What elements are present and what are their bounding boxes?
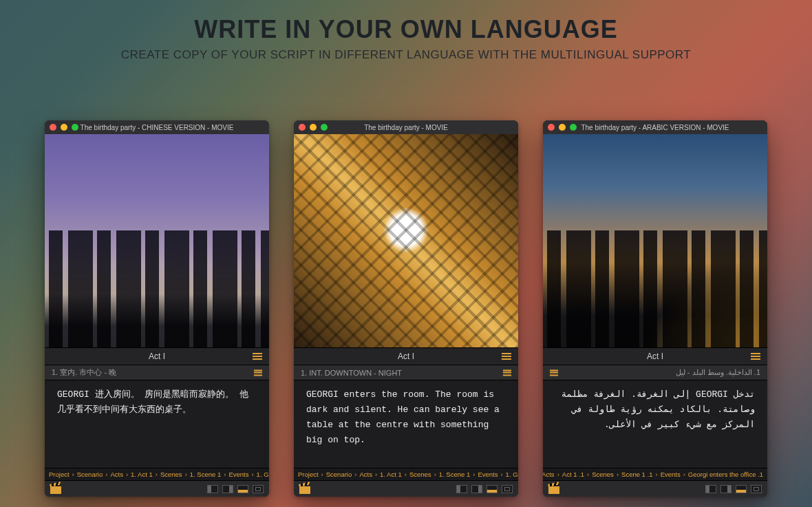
layout-left-panel-button[interactable] (207, 485, 218, 493)
crumb-project[interactable]: Project (298, 471, 319, 478)
crumb-scenes[interactable]: Scenes (409, 471, 431, 478)
clapperboard-icon[interactable] (299, 484, 310, 494)
breadcrumb[interactable]: Project› Scenario› Acts› 1. Act 1› Scene… (294, 468, 518, 480)
chevron-right-icon: › (500, 471, 502, 478)
crumb-events[interactable]: Events (661, 471, 681, 478)
crumb-events[interactable]: Events (478, 471, 498, 478)
crumb-act1[interactable]: Act 1 .1 (562, 471, 584, 478)
clapperboard-icon[interactable] (50, 484, 61, 494)
layout-switcher (456, 485, 513, 493)
close-icon[interactable] (548, 124, 555, 131)
zoom-icon[interactable] (570, 124, 577, 131)
windows-row: The birthday party - CHINESE VERSION - M… (0, 120, 812, 497)
chevron-right-icon: › (405, 471, 407, 478)
page-headline: WRITE IN YOUR OWN LANGUAGE (0, 0, 812, 44)
clapperboard-icon[interactable] (548, 484, 559, 494)
app-window-chinese: The birthday party - CHINESE VERSION - M… (45, 120, 269, 497)
crumb-act1[interactable]: 1. Act 1 (131, 471, 153, 478)
titlebar[interactable]: The birthday party - CHINESE VERSION - M… (45, 120, 269, 134)
list-icon[interactable] (502, 353, 511, 360)
scene-header-text: 1. INT. DOWNTOWN - NIGHT (301, 369, 402, 377)
layout-fullscreen-button[interactable] (502, 485, 513, 493)
crumb-project[interactable]: Project (49, 471, 70, 478)
close-icon[interactable] (50, 124, 56, 131)
close-icon[interactable] (299, 124, 306, 131)
chevron-right-icon: › (72, 471, 74, 478)
act-bar[interactable]: Act I (45, 347, 269, 365)
scene-hero-image (45, 134, 269, 347)
list-icon[interactable] (253, 353, 262, 360)
script-body[interactable]: GEORGI 进入房间。 房间是黑暗而寂静的。 他几乎看不到中间有大东西的桌子。 (45, 380, 269, 468)
layout-bottom-panel-button[interactable] (487, 485, 498, 493)
crumb-events[interactable]: Events (228, 471, 248, 478)
crumb-scenario[interactable]: Scenario (77, 471, 103, 478)
layout-right-panel-button[interactable] (720, 485, 731, 493)
act-label: Act I (398, 352, 414, 361)
scene-header-bar[interactable]: 1. الداخلية. وسط البلد - ليل (543, 365, 767, 380)
crumb-event1[interactable]: 1. Georgi enters the office (506, 471, 518, 478)
footer-bar (45, 480, 269, 497)
crumb-scene1[interactable]: 1. Scene 1 (439, 471, 470, 478)
crumb-acts[interactable]: Acts (543, 471, 555, 478)
minimize-icon[interactable] (310, 124, 317, 131)
layout-right-panel-button[interactable] (471, 485, 482, 493)
list-icon[interactable] (751, 353, 760, 360)
chevron-right-icon: › (354, 471, 356, 478)
act-bar[interactable]: Act I (543, 347, 767, 365)
page-subheadline: CREATE COPY OF YOUR SCRIPT IN DIFFERENT … (0, 48, 812, 62)
scene-hero-image (543, 134, 767, 347)
chevron-right-icon: › (105, 471, 107, 478)
zoom-icon[interactable] (321, 124, 328, 131)
crumb-scene1[interactable]: 1. Scene 1 (190, 471, 221, 478)
titlebar[interactable]: The birthday party - ARABIC VERSION - MO… (543, 120, 767, 134)
layout-right-panel-button[interactable] (222, 485, 233, 493)
list-icon[interactable] (254, 369, 262, 376)
crumb-acts[interactable]: Acts (359, 471, 372, 478)
chevron-right-icon: › (156, 471, 158, 478)
layout-left-panel-button[interactable] (456, 485, 467, 493)
crumb-event1[interactable]: 1. Georgi enters the office (257, 471, 269, 478)
zoom-icon[interactable] (72, 124, 78, 131)
list-icon[interactable] (550, 369, 558, 376)
crumb-scenes[interactable]: Scenes (160, 471, 182, 478)
act-label: Act I (647, 352, 663, 361)
crumb-scenes[interactable]: Scenes (592, 471, 614, 478)
layout-bottom-panel-button[interactable] (736, 485, 747, 493)
scene-header-bar[interactable]: 1. INT. DOWNTOWN - NIGHT (294, 365, 518, 380)
chevron-left-icon: ‹ (617, 471, 619, 478)
breadcrumb[interactable]: Project› Scenario› Acts› 1. Act 1› Scene… (45, 468, 269, 480)
scene-header-text: 1. الداخلية. وسط البلد - ليل (676, 368, 760, 377)
crumb-scenario[interactable]: Scenario (326, 471, 352, 478)
layout-switcher (705, 485, 762, 493)
layout-fullscreen-button[interactable] (751, 485, 762, 493)
chevron-right-icon: › (375, 471, 377, 478)
chevron-left-icon: ‹ (655, 471, 657, 478)
traffic-lights (299, 124, 328, 131)
chevron-left-icon: ‹ (557, 471, 559, 478)
crumb-event1[interactable]: Georgi enters the office .1 (688, 471, 763, 478)
crumb-scene1[interactable]: Scene 1 .1 (621, 471, 652, 478)
minimize-icon[interactable] (559, 124, 566, 131)
layout-left-panel-button[interactable] (705, 485, 716, 493)
layout-bottom-panel-button[interactable] (237, 485, 248, 493)
footer-bar (294, 480, 518, 497)
crumb-act1[interactable]: 1. Act 1 (380, 471, 402, 478)
app-window-arabic: The birthday party - ARABIC VERSION - MO… (543, 120, 767, 497)
list-icon[interactable] (503, 369, 511, 376)
layout-fullscreen-button[interactable] (253, 485, 264, 493)
script-body[interactable]: GEORGI enters the room. The room is dark… (294, 380, 518, 468)
chevron-left-icon: ‹ (587, 471, 589, 478)
scene-hero-image (294, 134, 518, 347)
script-body[interactable]: تدخل GEORGI إلى الغرفة. الغرفة مظلمة وصا… (543, 380, 767, 468)
breadcrumb[interactable]: Georgi enters the office .1‹ Events‹ Sce… (543, 468, 767, 480)
scene-header-bar[interactable]: 1. 室内. 市中心 - 晚 (45, 365, 269, 380)
traffic-lights (50, 124, 78, 131)
minimize-icon[interactable] (61, 124, 67, 131)
titlebar[interactable]: The birthday party - MOVIE (294, 120, 518, 134)
scene-header-text: 1. 室内. 市中心 - 晚 (52, 367, 116, 378)
chevron-right-icon: › (185, 471, 187, 478)
act-bar[interactable]: Act I (294, 347, 518, 365)
chevron-right-icon: › (473, 471, 475, 478)
crumb-acts[interactable]: Acts (110, 471, 122, 478)
chevron-right-icon: › (224, 471, 226, 478)
